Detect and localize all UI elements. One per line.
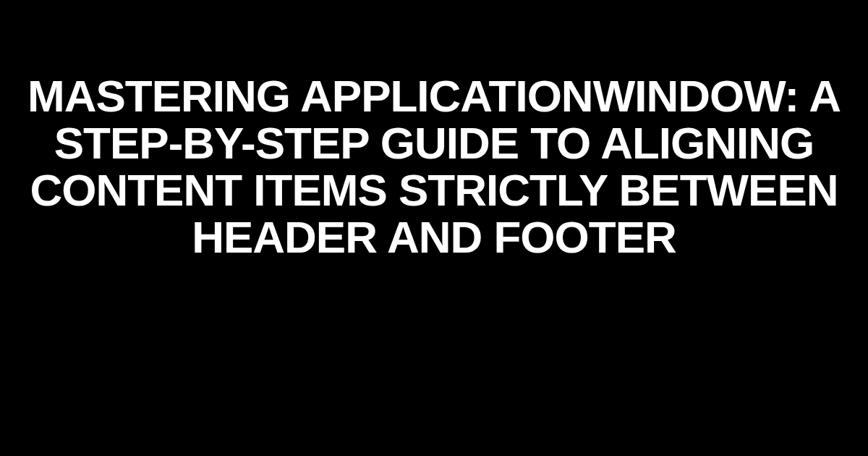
page-title: Mastering ApplicationWindow: A Step-by-S… [22, 72, 846, 261]
